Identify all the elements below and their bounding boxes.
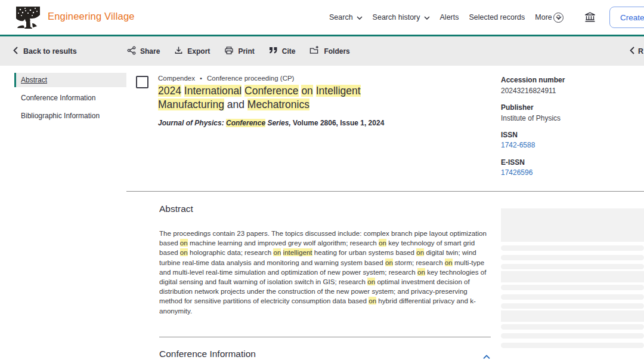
nav-item-label: Search — [329, 13, 353, 21]
cite-label: Cite — [282, 47, 296, 56]
record-pager-label: R — [638, 47, 643, 56]
skeleton-block — [501, 208, 644, 242]
help-icon[interactable]: ? — [553, 13, 564, 23]
cite-icon — [269, 47, 278, 56]
share-label: Share — [140, 47, 160, 56]
nav-item-label: More — [535, 13, 552, 21]
chevron-down-icon — [357, 13, 363, 21]
skeleton-bar — [501, 285, 644, 290]
highlighted-term: on — [301, 85, 312, 97]
text-segment: storm; research — [393, 259, 445, 266]
chevron-left-icon — [13, 47, 18, 56]
subsection-divider — [159, 337, 491, 337]
record-meta-panel: Accession number20243216824911PublisherI… — [501, 76, 638, 177]
journal-citation: Journal of Physics: Conference Series, V… — [158, 119, 492, 127]
chevron-left-icon — [630, 47, 634, 56]
folders-label: Folders — [324, 47, 349, 56]
highlighted-term: on — [385, 259, 393, 266]
accession-number-label: Accession number — [501, 76, 638, 84]
text-segment: heating for urban systems based — [312, 248, 417, 256]
print-icon — [224, 46, 234, 57]
highlighted-term: on — [379, 239, 386, 247]
print-label: Print — [238, 47, 254, 56]
header-nav: SearchSearch historyAlertsSelected recor… — [329, 0, 562, 35]
nav-item-search[interactable]: Search — [329, 13, 363, 21]
section-divider — [126, 191, 644, 192]
export-button[interactable]: Export — [174, 46, 210, 57]
sidebar-item-conference-information[interactable]: Conference Information — [14, 91, 126, 105]
nav-item-selected-records[interactable]: Selected records — [469, 13, 525, 21]
print-button[interactable]: Print — [224, 46, 254, 57]
skeleton-bar — [501, 294, 644, 300]
cite-button[interactable]: Cite — [269, 47, 296, 56]
institution-icon[interactable] — [584, 12, 596, 25]
highlighted-term: Conference — [226, 119, 265, 127]
issn-label: ISSN — [501, 131, 638, 139]
sidebar-item-abstract[interactable]: Abstract — [14, 73, 126, 87]
skeleton-block — [501, 271, 644, 282]
highlighted-term: International — [184, 85, 242, 97]
text-segment: machine learning and improved grey wolf … — [188, 239, 379, 247]
skeleton-bar — [501, 324, 644, 330]
e-issn-value[interactable]: 17426596 — [501, 168, 532, 177]
nav-item-label: Search history — [373, 13, 420, 21]
record-toolbar: Back to results ShareExportPrintCiteFold… — [0, 35, 644, 66]
header: Engineering Village SearchSearch history… — [0, 0, 644, 35]
record-source-line: Compendex • Conference proceeding (CP) — [158, 75, 492, 82]
highlighted-term: on — [445, 259, 453, 266]
nav-item-label: Selected records — [469, 13, 525, 21]
text-segment — [313, 85, 316, 97]
e-issn-label: E-ISSN — [501, 158, 638, 167]
sidebar-item-bibliographic-information[interactable]: Bibliographic Information — [14, 109, 126, 123]
highlighted-term: on — [180, 239, 188, 247]
help-question-mark: ? — [557, 14, 561, 21]
abstract-heading: Abstract — [159, 204, 193, 214]
highlighted-term: Manufacturing — [158, 99, 224, 110]
toolbar-actions: ShareExportPrintCiteFolders — [127, 36, 350, 66]
collapse-chevron-up-icon[interactable] — [483, 351, 490, 362]
folders-button[interactable]: Folders — [309, 45, 349, 57]
brand-title: Engineering Village — [48, 11, 135, 22]
skeleton-bar — [501, 343, 644, 348]
highlighted-term: on — [416, 248, 424, 256]
text-segment: and — [227, 99, 244, 110]
skeleton-bar — [501, 333, 644, 339]
section-nav-sidebar: AbstractConference InformationBibliograp… — [14, 73, 126, 127]
highlighted-term: Mechatronics — [247, 99, 309, 110]
folders-icon — [309, 45, 320, 57]
highlighted-term: Intelligent — [316, 85, 361, 97]
export-label: Export — [187, 47, 210, 56]
abstract-text: The proceedings contain 23 papers. The t… — [159, 229, 487, 316]
share-button[interactable]: Share — [127, 46, 160, 57]
database-label: Compendex — [158, 75, 195, 82]
skeleton-bar — [501, 303, 644, 309]
loading-skeleton — [501, 208, 644, 348]
share-icon — [127, 46, 136, 57]
record-select-checkbox[interactable] — [136, 76, 148, 88]
record-pager[interactable]: R — [630, 36, 643, 66]
nav-item-label: Alerts — [440, 13, 459, 21]
skeleton-bar — [501, 245, 644, 251]
nav-item-alerts[interactable]: Alerts — [440, 13, 459, 21]
text-segment: Volume 2806, Issue 1, 2024 — [291, 119, 385, 127]
text-segment: holographic data; research — [188, 248, 274, 256]
highlighted-term: 2024 — [158, 85, 181, 97]
highlighted-term: on — [417, 268, 425, 276]
export-icon — [174, 46, 183, 57]
nav-item-search-history[interactable]: Search history — [373, 13, 430, 21]
create-account-button[interactable]: Create a — [609, 7, 644, 28]
back-to-results-label: Back to results — [23, 47, 77, 56]
record-header: Compendex • Conference proceeding (CP) 2… — [158, 75, 492, 127]
issn-value[interactable]: 1742-6588 — [501, 141, 535, 149]
highlighted-term: on — [180, 248, 188, 256]
skeleton-bar — [501, 264, 644, 269]
dot-separator: • — [200, 75, 202, 82]
text-segment: Series, — [265, 119, 291, 127]
chevron-down-icon — [424, 13, 430, 21]
highlighted-term: on — [369, 297, 376, 304]
skeleton-bar — [501, 255, 644, 260]
engineering-village-app: Engineering Village SearchSearch history… — [0, 0, 644, 363]
elsevier-tree-logo — [14, 5, 42, 30]
back-to-results-button[interactable]: Back to results — [13, 36, 77, 66]
highlighted-term: Conference — [244, 85, 298, 97]
